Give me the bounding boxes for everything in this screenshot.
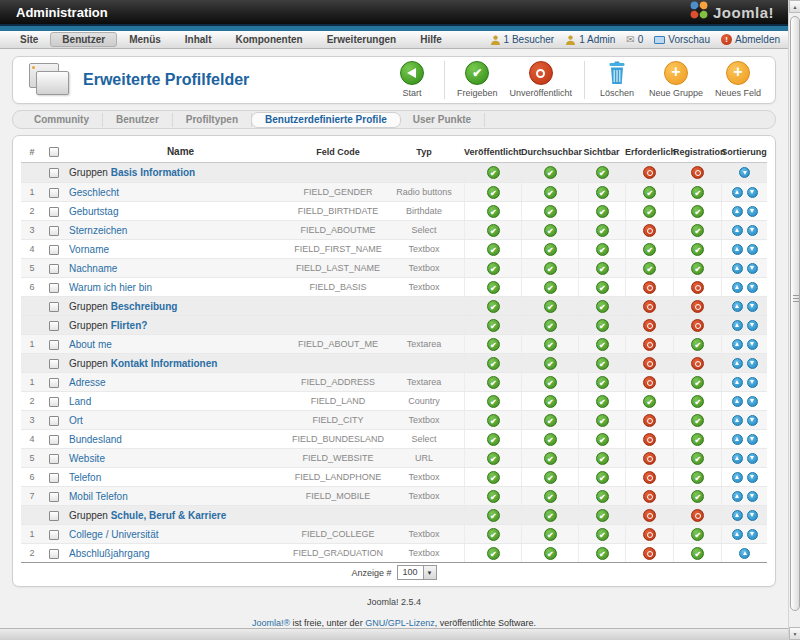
group-name-link[interactable]: Flirten? [111,320,148,331]
menu-item-komponenten[interactable]: Komponenten [223,32,314,47]
sort-down-icon[interactable] [747,339,758,350]
field-name-link[interactable]: Sternzeichen [69,225,127,236]
tab-benutzerdefinierte-profile[interactable]: Benutzerdefinierte Profile [251,112,401,128]
field-name-link[interactable]: Ort [69,415,83,426]
published-icon[interactable] [487,262,500,275]
visible-icon[interactable] [596,166,609,179]
sort-down-icon[interactable] [747,453,758,464]
required-icon[interactable] [643,300,656,313]
published-icon[interactable] [487,319,500,332]
tab-benutzer[interactable]: Benutzer [103,113,173,127]
required-icon[interactable] [643,433,656,446]
visible-icon[interactable] [596,433,609,446]
sort-up-icon[interactable] [732,320,743,331]
searchable-icon[interactable] [544,205,557,218]
row-checkbox[interactable] [49,549,59,559]
toolbar-button-neue-gruppe[interactable]: +Neue Gruppe [645,61,707,98]
sort-up-icon[interactable] [732,510,743,521]
searchable-icon[interactable] [544,452,557,465]
searchable-icon[interactable] [544,224,557,237]
published-icon[interactable] [487,243,500,256]
row-checkbox[interactable] [49,454,59,464]
visible-icon[interactable] [596,262,609,275]
toolbar-button-l-schen[interactable]: Löschen [593,61,641,98]
sort-down-icon[interactable] [747,510,758,521]
group-name-link[interactable]: Kontakt Informationen [111,358,218,369]
registration-icon[interactable] [691,471,704,484]
field-name-link[interactable]: About me [69,339,112,350]
row-checkbox[interactable] [49,530,59,540]
menu-item-site[interactable]: Site [8,32,50,47]
required-icon[interactable] [643,166,656,179]
published-icon[interactable] [487,414,500,427]
published-icon[interactable] [487,547,500,560]
searchable-icon[interactable] [544,547,557,560]
registration-icon[interactable] [691,490,704,503]
field-name-link[interactable]: Geburtstag [69,206,118,217]
sort-down-icon[interactable] [747,320,758,331]
searchable-icon[interactable] [544,528,557,541]
sort-down-icon[interactable] [747,244,758,255]
searchable-icon[interactable] [544,490,557,503]
sort-down-icon[interactable] [747,282,758,293]
visible-icon[interactable] [596,224,609,237]
required-icon[interactable] [643,262,656,275]
published-icon[interactable] [487,281,500,294]
registration-icon[interactable] [691,528,704,541]
row-checkbox[interactable] [49,168,59,178]
scroll-down-arrow-icon[interactable]: ▼ [789,627,800,640]
row-checkbox[interactable] [49,435,59,445]
sort-down-icon[interactable] [739,167,750,178]
sort-down-icon[interactable] [747,377,758,388]
searchable-icon[interactable] [544,319,557,332]
registration-icon[interactable] [691,357,704,370]
sort-up-icon[interactable] [732,434,743,445]
required-icon[interactable] [643,205,656,218]
published-icon[interactable] [487,490,500,503]
toolbar-button-freigeben[interactable]: ✔Freigeben [453,61,502,98]
visible-icon[interactable] [596,490,609,503]
published-icon[interactable] [487,509,500,522]
registration-icon[interactable] [691,262,704,275]
sort-up-icon[interactable] [732,472,743,483]
published-icon[interactable] [487,357,500,370]
required-icon[interactable] [643,338,656,351]
menu-item-benutzer[interactable]: Benutzer [50,32,117,47]
field-name-link[interactable]: Vorname [69,244,109,255]
visible-icon[interactable] [596,319,609,332]
searchable-icon[interactable] [544,357,557,370]
published-icon[interactable] [487,433,500,446]
registration-icon[interactable] [691,243,704,256]
registration-icon[interactable] [691,186,704,199]
row-checkbox[interactable] [49,416,59,426]
searchable-icon[interactable] [544,395,557,408]
required-icon[interactable] [643,547,656,560]
joomla-link[interactable]: Joomla!® [252,618,290,628]
sort-up-icon[interactable] [732,377,743,388]
scroll-up-arrow-icon[interactable]: ▲ [789,0,800,13]
sort-down-icon[interactable] [747,225,758,236]
required-icon[interactable] [643,243,656,256]
row-checkbox[interactable] [49,226,59,236]
field-name-link[interactable]: Adresse [69,377,106,388]
vertical-scrollbar[interactable]: ▲ ▼ [788,0,800,640]
row-checkbox[interactable] [49,340,59,350]
sort-up-icon[interactable] [732,358,743,369]
visible-icon[interactable] [596,395,609,408]
published-icon[interactable] [487,186,500,199]
sort-up-icon[interactable] [732,339,743,350]
visible-icon[interactable] [596,300,609,313]
row-checkbox[interactable] [49,321,59,331]
published-icon[interactable] [487,205,500,218]
published-icon[interactable] [487,528,500,541]
scrollbar-thumb[interactable] [790,16,800,611]
group-name-link[interactable]: Basis Information [111,167,195,178]
searchable-icon[interactable] [544,300,557,313]
registration-icon[interactable] [691,376,704,389]
sort-up-icon[interactable] [732,396,743,407]
sort-up-icon[interactable] [732,301,743,312]
required-icon[interactable] [643,395,656,408]
searchable-icon[interactable] [544,186,557,199]
sort-down-icon[interactable] [747,434,758,445]
menu-item-hilfe[interactable]: Hilfe [408,32,454,47]
